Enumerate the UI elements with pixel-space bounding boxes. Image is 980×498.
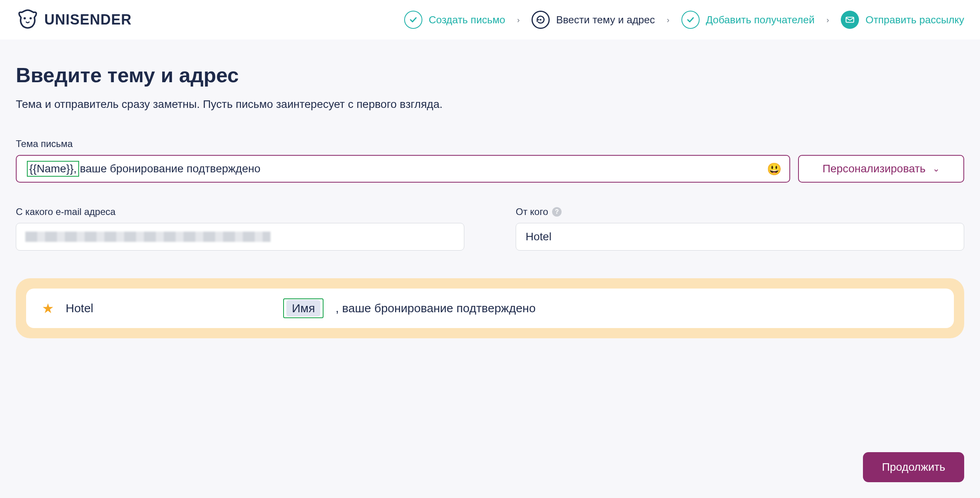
brand-dog-icon [16,8,40,32]
check-icon [681,11,700,29]
step-subject: Ввести тему и адрес [532,11,655,29]
subject-field-group: Тема письма {{Name}}, ваше бронирование … [16,138,964,183]
preview-token-label: Имя [286,300,320,317]
from-email-group: С какого e-mail адреса [16,206,464,251]
subject-text: ваше бронирование подтверждено [80,162,261,175]
redacted-text [25,232,271,242]
personalize-label: Персонализировать [823,162,926,175]
preview-subject-rest: , ваше бронирование подтверждено [335,302,535,315]
subject-input[interactable]: {{Name}}, ваше бронирование подтверждено… [16,155,790,183]
from-name-label: От кого [516,206,548,217]
personalize-button[interactable]: Персонализировать ⌄ [798,155,964,183]
page-subtitle: Тема и отправитель сразу заметны. Пусть … [16,98,964,111]
preview-from-name: Hotel [66,302,271,315]
logo[interactable]: UNISENDER [16,8,132,32]
chevron-down-icon: ⌄ [933,164,940,174]
svg-point-1 [30,17,32,19]
step-label: Добавить получателей [706,14,815,26]
page-content: Введите тему и адрес Тема и отправитель … [0,40,980,378]
continue-button[interactable]: Продолжить [863,452,964,482]
chevron-right-icon: › [667,15,670,25]
star-icon: ★ [42,300,54,316]
from-name-group: От кого ? [516,206,964,251]
envelope-icon [841,11,859,29]
from-name-input[interactable] [516,223,964,251]
from-email-label: С какого e-mail адреса [16,206,464,217]
check-icon [404,11,422,29]
step-recipients[interactable]: Добавить получателей [681,11,815,29]
step-label: Ввести тему и адрес [556,14,655,26]
refresh-icon [532,11,550,29]
preview-panel: ★ Hotel Имя , ваше бронирование подтверж… [16,278,964,338]
brand-name: UNISENDER [44,11,132,28]
chevron-right-icon: › [827,15,829,25]
step-send[interactable]: Отправить рассылку [841,11,964,29]
step-create[interactable]: Создать письмо [404,11,505,29]
step-label: Отправить рассылку [865,14,964,26]
preview-merge-token: Имя [283,298,324,318]
page-title: Введите тему и адрес [16,63,964,87]
step-label: Создать письмо [429,14,505,26]
subject-merge-token: {{Name}}, [27,161,79,177]
svg-point-0 [24,17,26,19]
app-header: UNISENDER Создать письмо › Ввести тему и… [0,0,980,40]
svg-point-2 [540,19,541,21]
preview-card: ★ Hotel Имя , ваше бронирование подтверж… [26,289,954,328]
help-icon[interactable]: ? [552,207,562,217]
chevron-right-icon: › [517,15,520,25]
emoji-picker-button[interactable]: 😃 [767,162,781,176]
subject-label: Тема письма [16,138,964,149]
wizard-steps: Создать письмо › Ввести тему и адрес › Д… [155,11,964,29]
